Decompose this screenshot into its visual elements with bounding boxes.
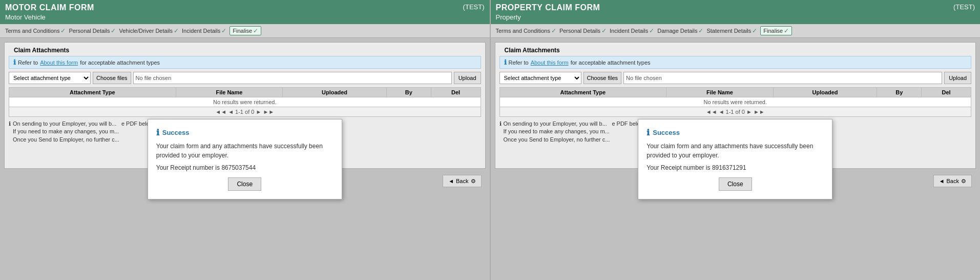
right-modal-body: Your claim form and any attachments have… [647, 142, 824, 160]
right-nav-bar: Terms and Conditions ✓ Personal Details … [491, 24, 981, 38]
nav-personal-details-left[interactable]: Personal Details ✓ [69, 27, 116, 34]
left-title: MOTOR CLAIM FORM [5, 3, 94, 12]
right-modal-receipt: Your Receipt number is 8916371291 [647, 164, 824, 171]
nav-statement-right[interactable]: Statement Details ✓ [706, 27, 757, 34]
left-header: MOTOR CLAIM FORM Motor Vehicle (TEST) [0, 0, 490, 24]
left-modal-header: ℹ Success [156, 128, 333, 137]
nav-label: Statement Details [706, 28, 751, 34]
right-modal-overlay: ℹ Success Your claim form and any attach… [491, 38, 981, 280]
check-icon: ✓ [698, 27, 703, 34]
check-icon: ✓ [784, 27, 789, 34]
right-modal-dialog: ℹ Success Your claim form and any attach… [638, 119, 832, 199]
nav-label: Personal Details [559, 28, 600, 34]
nav-terms-conditions-right[interactable]: Terms and Conditions ✓ [496, 27, 556, 34]
check-icon: ✓ [253, 27, 258, 34]
nav-damage-right[interactable]: Damage Details ✓ [657, 27, 703, 34]
check-icon: ✓ [649, 27, 654, 34]
left-receipt-label: Your Receipt number is [156, 164, 220, 171]
nav-terms-conditions-left[interactable]: Terms and Conditions ✓ [5, 27, 66, 34]
nav-label: Incident Details [182, 28, 220, 34]
nav-incident-left[interactable]: Incident Details ✓ [182, 27, 226, 34]
right-panel: PROPERTY CLAIM FORM Property (TEST) Term… [491, 0, 981, 280]
left-modal-close-btn[interactable]: Close [228, 177, 261, 191]
nav-label: Personal Details [69, 28, 110, 34]
left-nav-bar: Terms and Conditions ✓ Personal Details … [0, 24, 490, 38]
right-modal-close-btn[interactable]: Close [719, 177, 752, 191]
check-icon: ✓ [601, 27, 607, 34]
right-receipt-number: 8916371291 [712, 164, 746, 171]
nav-personal-details-right[interactable]: Personal Details ✓ [559, 27, 607, 34]
left-modal-overlay: ℹ Success Your claim form and any attach… [0, 38, 490, 280]
check-icon: ✓ [174, 27, 179, 34]
right-receipt-label: Your Receipt number is [647, 164, 710, 171]
nav-incident-right[interactable]: Incident Details ✓ [610, 27, 654, 34]
nav-label: Finalise [233, 28, 252, 34]
left-receipt-number: 8675037544 [221, 164, 256, 171]
check-icon: ✓ [60, 27, 66, 34]
left-body: Claim Attachments ℹ Refer to About this … [0, 38, 490, 280]
success-icon-left: ℹ [156, 128, 159, 137]
check-icon: ✓ [221, 27, 226, 34]
nav-label: Vehicle/Driver Details [119, 28, 173, 34]
nav-vehicle-driver-left[interactable]: Vehicle/Driver Details ✓ [119, 27, 179, 34]
right-title: PROPERTY CLAIM FORM [496, 3, 600, 12]
right-modal-title: Success [653, 129, 680, 136]
check-icon: ✓ [111, 27, 116, 34]
nav-label: Finalise [763, 28, 783, 34]
right-test-label: (TEST) [953, 3, 975, 11]
nav-label: Incident Details [610, 28, 648, 34]
nav-label: Terms and Conditions [5, 28, 59, 34]
success-icon-right: ℹ [647, 128, 650, 137]
left-panel: MOTOR CLAIM FORM Motor Vehicle (TEST) Te… [0, 0, 490, 280]
left-modal-dialog: ℹ Success Your claim form and any attach… [148, 119, 342, 199]
check-icon: ✓ [551, 27, 556, 34]
nav-label: Terms and Conditions [496, 28, 550, 34]
left-test-label: (TEST) [463, 3, 485, 11]
left-modal-receipt: Your Receipt number is 8675037544 [156, 164, 333, 171]
nav-finalise-left[interactable]: Finalise ✓ [230, 26, 261, 35]
right-body: Claim Attachments ℹ Refer to About this … [491, 38, 981, 280]
right-subtitle: Property [496, 13, 600, 21]
left-modal-title: Success [162, 129, 190, 136]
check-icon: ✓ [752, 27, 757, 34]
left-modal-body: Your claim form and any attachments have… [156, 142, 333, 160]
nav-finalise-right[interactable]: Finalise ✓ [760, 26, 792, 35]
nav-label: Damage Details [657, 28, 697, 34]
right-header: PROPERTY CLAIM FORM Property (TEST) [491, 0, 981, 24]
left-subtitle: Motor Vehicle [5, 13, 94, 21]
right-modal-header: ℹ Success [647, 128, 824, 137]
